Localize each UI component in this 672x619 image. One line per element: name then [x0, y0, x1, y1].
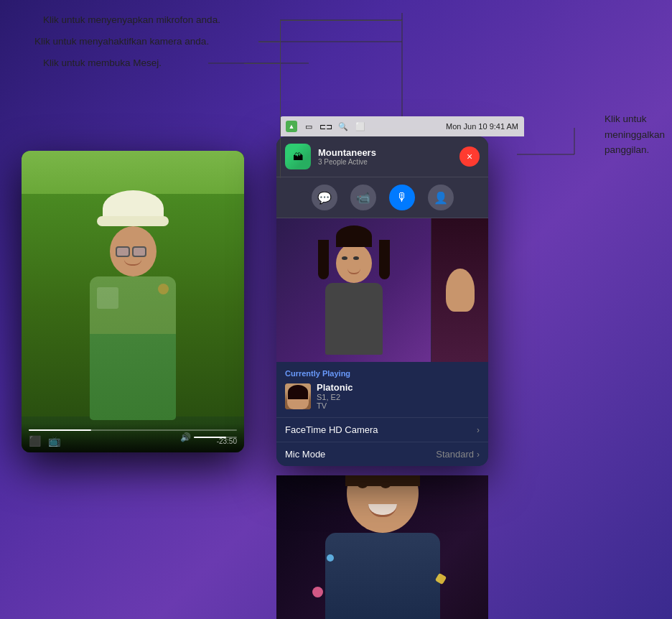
show-subtitle: S1, E2 TV [317, 393, 353, 410]
group-name: Mountaneers [318, 147, 452, 158]
main-participant-video [276, 218, 431, 362]
battery-icon: ▭ [303, 121, 314, 132]
annotation-line-mute-v [280, 20, 281, 178]
mic-icon: 🎙 [396, 191, 408, 204]
shareplay-icon: 👤 [434, 191, 448, 205]
facetime-camera-value: › [477, 425, 480, 435]
message-icon: 💬 [317, 191, 332, 205]
show-title: Platonic [317, 382, 353, 393]
search-icon[interactable]: 🔍 [337, 121, 349, 132]
side-participant-video [431, 218, 488, 362]
message-button[interactable]: 💬 [312, 185, 337, 210]
annotation-disable-camera: Klik untuk menyahaktifkan kamera anda. [34, 34, 209, 49]
chevron-right-icon-2: › [477, 450, 480, 460]
subtitles-icon[interactable]: ⬛ [29, 435, 41, 447]
annotation-open-messages: Klik untuk membuka Mesej. [43, 56, 162, 70]
annotation-leave-call: Klik untuk meninggalkan panggilan. [605, 111, 665, 158]
group-avatar-inner: 🏔 [285, 144, 311, 169]
volume-fill [194, 437, 226, 438]
participant-person-main [276, 218, 431, 362]
volume-control[interactable]: 🔊 [180, 432, 237, 442]
menubar: ▲ ▭ ⊏⊐ 🔍 ⬜ Mon Jun 10 9:41 AM [280, 116, 524, 136]
main-video-player: 🔊 ⬛ 📺 -23:50 [22, 151, 244, 452]
facetime-camera-setting[interactable]: FaceTime HD Camera › [276, 418, 488, 442]
chevron-right-icon: › [477, 425, 480, 435]
video-area [276, 218, 488, 362]
end-call-button[interactable]: × [459, 146, 480, 167]
shareplay-button[interactable]: 👤 [428, 185, 454, 210]
airplay-icon[interactable]: 📺 [48, 435, 60, 447]
camera-button[interactable]: 📹 [350, 185, 376, 210]
wifi-icon: ⊏⊐ [320, 121, 332, 132]
annotation-mute-mic: Klik untuk menyenyapkan mikrofon anda. [43, 13, 220, 27]
facetime-camera-label: FaceTime HD Camera [285, 424, 378, 435]
call-info: Mountaneers 3 People Active [318, 147, 452, 166]
mic-mode-label: Mic Mode [285, 449, 325, 460]
annotation-line-mute [280, 20, 402, 21]
show-info: Platonic S1, E2 TV [317, 382, 353, 410]
mic-mode-value: Standard › [436, 449, 480, 460]
screen-icon: ⬜ [355, 121, 366, 132]
airplay-menu-icon: ▲ [286, 121, 297, 132]
show-thumbnail [285, 383, 311, 409]
annotation-line-camera [258, 42, 280, 42]
bottom-participant-video [276, 475, 488, 619]
volume-icon: 🔊 [180, 432, 191, 442]
people-active: 3 People Active [318, 158, 452, 166]
thumbnail-inner [285, 383, 311, 409]
mic-mode-setting[interactable]: Mic Mode Standard › [276, 442, 488, 466]
player-progress-bar[interactable] [29, 429, 237, 431]
player-controls: 🔊 ⬛ 📺 -23:50 [22, 424, 244, 452]
call-header: 🏔 Mountaneers 3 People Active × [276, 136, 488, 177]
currently-playing-content: Platonic S1, E2 TV [285, 382, 480, 410]
controls-row: 💬 📹 🎙 👤 [276, 177, 488, 218]
group-avatar: 🏔 [285, 144, 311, 169]
camera-icon: 📹 [356, 191, 370, 205]
mic-button[interactable]: 🎙 [389, 185, 415, 210]
player-content: 🔊 ⬛ 📺 -23:50 [22, 151, 244, 452]
annotation-line-messages [244, 63, 280, 64]
currently-playing-section: Currently Playing Platonic S1, E2 TV [276, 362, 488, 418]
facetime-window: 🏔 Mountaneers 3 People Active × 💬 📹 🎙 👤 [276, 136, 488, 466]
menubar-datetime: Mon Jun 10 9:41 AM [446, 122, 518, 131]
currently-playing-label: Currently Playing [285, 369, 480, 378]
volume-track [194, 437, 237, 438]
